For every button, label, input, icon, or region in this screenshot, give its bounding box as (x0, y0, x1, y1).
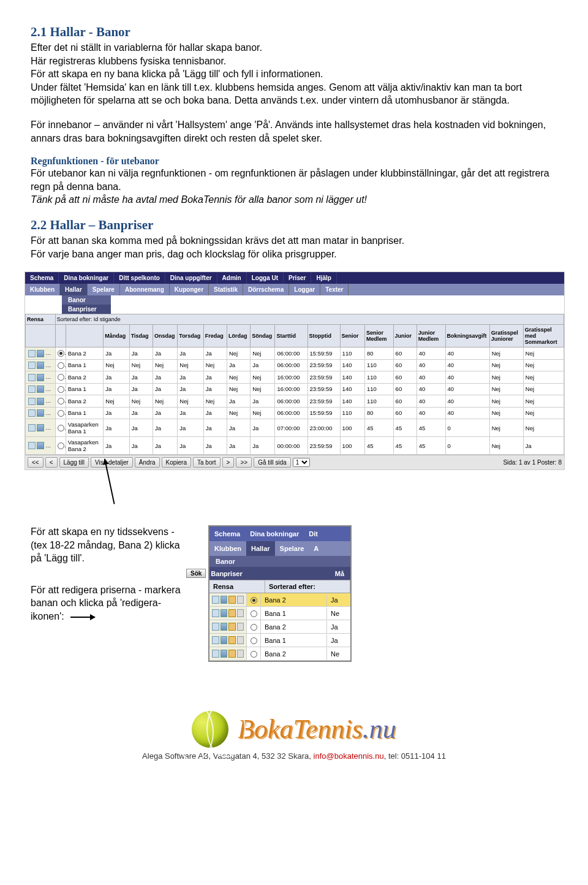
row-radio[interactable] (58, 425, 64, 431)
row-radio[interactable] (58, 398, 64, 405)
mini-th-rensa[interactable]: Rensa (209, 580, 265, 593)
edit-icon[interactable] (37, 424, 44, 431)
row-radio[interactable] (58, 350, 64, 357)
prev-page-button[interactable]: < (45, 457, 58, 468)
view-icon[interactable] (28, 442, 36, 449)
add-button[interactable]: Lägg till (59, 457, 89, 468)
nav-ditt spelkonto[interactable]: Ditt spelkonto (114, 272, 165, 284)
footer-email[interactable]: info@bokatennis.nu (314, 751, 384, 761)
view-icon[interactable] (28, 424, 36, 431)
delete-icon[interactable] (237, 623, 244, 631)
view-icon[interactable] (212, 596, 219, 604)
edit-button[interactable]: Ändra (135, 457, 160, 468)
row-radio[interactable] (251, 624, 257, 631)
table-row[interactable]: Bana 1NejNejNejNejNejJaJa06:00:0023:59:5… (26, 359, 564, 371)
row-radio[interactable] (58, 442, 64, 449)
sok-button[interactable]: Sök (186, 569, 206, 578)
row-radio[interactable] (58, 362, 64, 369)
first-page-button[interactable]: << (28, 457, 43, 468)
subnav-texter[interactable]: Texter (320, 284, 349, 295)
subnav-loggar[interactable]: Loggar (289, 284, 320, 295)
nav-dina uppgifter[interactable]: Dina uppgifter (165, 272, 217, 284)
row-radio[interactable] (251, 597, 257, 604)
nav-admin[interactable]: Admin (217, 272, 247, 284)
copy-icon[interactable] (228, 650, 236, 658)
submenu-banor[interactable]: Banor (62, 295, 111, 305)
table-row[interactable]: Bana 2JaJaJaJaJaNejNej06:00:0015:59:5911… (26, 348, 564, 359)
subnav-statistik[interactable]: Statistik (209, 284, 243, 295)
copy-icon[interactable] (228, 609, 236, 617)
heading-2-2: 2.2 Hallar – Banpriser (31, 218, 557, 233)
edit-icon[interactable] (37, 362, 44, 369)
nav-priser[interactable]: Priser (284, 272, 311, 284)
table-row[interactable]: Vasaparken Bana 2JaJaJaJaJaJaJa00:00:002… (26, 437, 564, 455)
copy-icon[interactable] (228, 623, 236, 631)
table-row[interactable]: Bana 2JaJaJaJaJaNejNej16:00:0023:59:5914… (26, 371, 564, 383)
th-rensa[interactable]: Rensa (26, 314, 56, 325)
edit-icon[interactable] (37, 374, 44, 381)
table-row[interactable]: Bana 1JaJaJaJaJaNejNej06:00:0015:59:5911… (26, 407, 564, 419)
table-row[interactable]: Vasaparken Bana 1JaJaJaJaJaJaJa07:00:002… (26, 419, 564, 437)
edit-icon[interactable] (221, 609, 228, 617)
edit-icon[interactable] (221, 623, 228, 631)
copy-icon[interactable] (228, 636, 236, 644)
subnav-hallar[interactable]: Hallar (60, 284, 88, 295)
next-page-button[interactable]: > (222, 457, 235, 468)
mini-row[interactable]: Bana 1Ne (209, 607, 350, 620)
subnav-klubben[interactable]: Klubben (25, 284, 60, 295)
mini-sub-banor[interactable]: Banor (209, 556, 350, 567)
mini-row[interactable]: Bana 1Ja (209, 634, 350, 647)
row-radio[interactable] (58, 386, 64, 393)
nav-logga ut[interactable]: Logga Ut (247, 272, 284, 284)
subnav-kuponger[interactable]: Kuponger (170, 284, 209, 295)
mini-row[interactable]: Bana 2Ne (209, 647, 350, 661)
nav-schema[interactable]: Schema (25, 272, 59, 284)
view-icon[interactable] (212, 609, 219, 617)
last-page-button[interactable]: >> (236, 457, 252, 468)
edit-icon[interactable] (37, 409, 44, 417)
subnav-dörrschema[interactable]: Dörrschema (243, 284, 289, 295)
view-icon[interactable] (212, 636, 219, 644)
edit-icon[interactable] (37, 386, 44, 393)
nav-dina bokningar[interactable]: Dina bokningar (59, 272, 114, 284)
row-radio[interactable] (58, 410, 64, 417)
delete-icon[interactable] (237, 609, 244, 617)
subnav-spelare[interactable]: Spelare (88, 284, 120, 295)
view-icon[interactable] (28, 374, 36, 381)
table-row[interactable]: Bana 1JaJaJaJaJaNejNej16:00:0023:59:5914… (26, 383, 564, 395)
view-icon[interactable] (28, 386, 36, 393)
view-icon[interactable] (212, 623, 219, 631)
edit-icon[interactable] (37, 442, 44, 449)
view-icon[interactable] (28, 350, 36, 357)
row-radio[interactable] (251, 610, 257, 617)
subnav-abonnemang[interactable]: Abonnemang (120, 284, 170, 295)
row-radio[interactable] (251, 637, 257, 644)
mini-sub-banpriser[interactable]: Sök Banpriser Må (209, 567, 350, 580)
delete-button[interactable]: Ta bort (193, 457, 221, 468)
view-icon[interactable] (28, 409, 36, 417)
table-row[interactable]: Bana 2NejNejNejNejNejJaJa06:00:0023:59:5… (26, 395, 564, 407)
delete-icon[interactable] (237, 636, 244, 644)
page-select[interactable]: 1 (293, 458, 310, 467)
delete-icon[interactable] (237, 596, 244, 604)
nav-hjälp[interactable]: Hjälp (311, 272, 336, 284)
view-icon[interactable] (212, 650, 219, 658)
copy-button[interactable]: Kopiera (162, 457, 191, 468)
edit-icon[interactable] (221, 636, 228, 644)
edit-icon[interactable] (221, 650, 228, 658)
submenu-banpriser[interactable]: Banpriser (62, 305, 111, 314)
edit-icon[interactable] (221, 596, 228, 604)
edit-icon[interactable] (37, 398, 44, 405)
row-radio[interactable] (251, 651, 257, 658)
row-radio[interactable] (58, 374, 64, 381)
view-icon[interactable] (28, 362, 36, 369)
details-button[interactable]: Visa detaljer (91, 457, 133, 468)
edit-icon[interactable] (37, 350, 44, 357)
mini-row[interactable]: Bana 2Ja (209, 620, 350, 634)
mini-row[interactable]: Bana 2Ja (209, 593, 350, 607)
copy-icon[interactable] (228, 596, 236, 604)
goto-page-button[interactable]: Gå till sida (254, 457, 291, 468)
view-icon[interactable] (28, 398, 36, 405)
delete-icon[interactable] (237, 650, 244, 658)
footnote-edit: För att redigera priserna - markera bana… (31, 583, 190, 623)
